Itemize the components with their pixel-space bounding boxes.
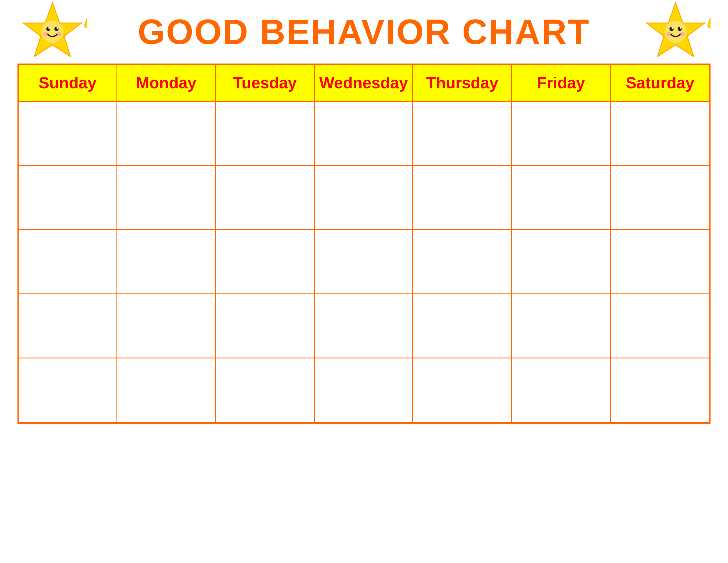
grid-cell[interactable] [19,230,117,294]
grid-cell[interactable] [611,102,709,166]
grid-cell[interactable] [413,230,512,294]
grid-cell[interactable] [512,359,611,423]
grid-cell[interactable] [512,294,611,359]
day-sunday: Sunday [19,65,117,101]
star-decoration-right [641,0,711,64]
grid-cell[interactable] [512,102,611,166]
grid-cell[interactable] [117,166,216,230]
grid-cell[interactable] [611,359,709,423]
grid-cell[interactable] [413,359,512,423]
star-icon-left [17,0,87,64]
grid-cell[interactable] [413,294,512,359]
grid-cell[interactable] [512,166,611,230]
page-title: GOOD BEHAVIOR CHART [138,12,590,52]
grid-cell[interactable] [315,230,414,294]
day-friday: Friday [512,65,611,101]
chart-grid [19,102,709,423]
svg-point-5 [56,27,58,29]
grid-cell[interactable] [512,230,611,294]
day-tuesday: Tuesday [216,65,315,101]
grid-cell[interactable] [315,359,414,423]
svg-point-7 [57,32,61,36]
days-header-row: Sunday Monday Tuesday Wednesday Thursday… [19,65,709,102]
grid-cell[interactable] [216,230,315,294]
star-icon-right [641,0,711,64]
grid-cell[interactable] [413,166,512,230]
grid-cell[interactable] [117,230,216,294]
svg-point-17 [680,27,681,29]
day-monday: Monday [117,65,216,101]
grid-cell[interactable] [216,294,315,359]
grid-cell[interactable] [117,102,216,166]
grid-cell[interactable] [315,294,414,359]
grid-cell[interactable] [413,102,512,166]
grid-cell[interactable] [19,294,117,359]
grid-cell[interactable] [611,294,709,359]
grid-cell[interactable] [19,166,117,230]
page-header: GOOD BEHAVIOR CHART [17,12,711,52]
svg-point-19 [681,32,685,36]
day-thursday: Thursday [413,65,512,101]
svg-point-1 [41,21,63,43]
star-decoration-left [17,0,87,64]
grid-cell[interactable] [216,102,315,166]
svg-point-13 [665,21,687,43]
grid-cell[interactable] [315,166,414,230]
svg-point-6 [43,32,47,36]
grid-cell[interactable] [611,230,709,294]
behavior-chart: Sunday Monday Tuesday Wednesday Thursday… [17,63,711,424]
grid-cell[interactable] [216,166,315,230]
grid-cell[interactable] [19,359,117,423]
grid-cell[interactable] [117,294,216,359]
day-wednesday: Wednesday [315,65,414,101]
svg-rect-22 [707,16,711,29]
grid-cell[interactable] [19,102,117,166]
grid-cell[interactable] [611,166,709,230]
grid-cell[interactable] [315,102,414,166]
svg-point-4 [48,27,50,29]
svg-rect-10 [84,16,87,29]
day-saturday: Saturday [611,65,709,101]
grid-cell[interactable] [117,359,216,423]
svg-point-16 [672,27,673,29]
grid-cell[interactable] [216,359,315,423]
svg-point-18 [667,32,671,36]
